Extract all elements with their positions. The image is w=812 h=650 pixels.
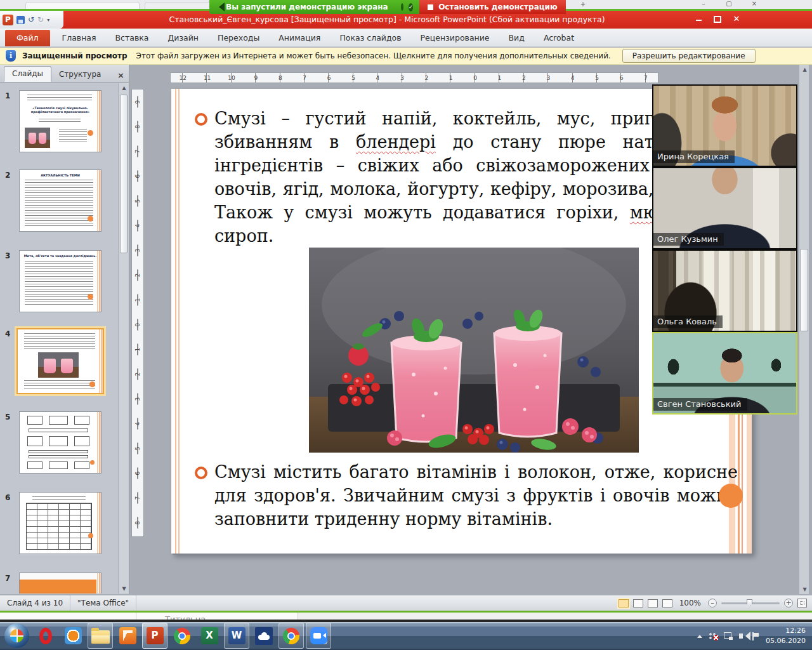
shield-info-icon: i [6,50,16,62]
save-icon[interactable] [16,16,25,24]
main-scrollbar[interactable]: ▲ ▼ [799,65,809,594]
zoom-out-button[interactable]: – [708,599,717,607]
participant-name: Євген Становський [653,398,747,411]
taskbar-clock[interactable]: 12:26 05.06.2020 [766,626,808,647]
zoom-video-panel: Ирина Корецкая Олег Кузьмин Ольга Коваль… [652,84,797,415]
tab-design[interactable]: Дизайн [159,30,209,46]
tray-sync-error-icon[interactable] [709,632,717,640]
undo-icon[interactable]: ↺ [28,16,34,23]
background-minimize-icon: – [697,0,710,7]
tab-slides[interactable]: Слайды [4,66,51,82]
tray-expand-icon[interactable] [697,632,702,638]
action-center-flag-icon[interactable] [752,632,759,640]
scrollbar-thumb[interactable] [800,249,808,331]
participant-name: Ольга Коваль [653,315,723,328]
redo-icon[interactable]: ↻ [37,16,44,23]
tab-view[interactable]: Вид [499,30,534,46]
taskbar-word-icon[interactable]: W [224,623,249,649]
slide-sorter-icon[interactable] [633,599,643,607]
taskbar-onedrive-icon[interactable] [251,623,277,649]
taskbar-chrome-icon[interactable] [169,623,195,649]
start-button[interactable] [4,623,29,648]
thumbnail-list: 1 «Технологія смузі лікувально-профілакт… [0,83,118,594]
scroll-up-icon[interactable]: ▲ [799,67,810,72]
clock-date: 05.06.2020 [766,636,806,647]
participant-name: Ирина Корецкая [653,150,735,163]
browser-new-tab-icon: + [576,1,590,8]
thumbnail-title: «Технологія смузі лікувально-профілактич… [20,106,101,114]
taskbar-zoom-icon[interactable] [306,623,331,649]
slides-panel: Слайды Структура × 1 «Технологія смузі л… [0,65,129,594]
status-bar: Слайд 4 из 10 "Тема Office" 100% – + [0,595,812,611]
taskbar-explorer-icon[interactable] [88,623,113,649]
zoom-level: 100% [679,599,701,607]
minimize-button[interactable] [693,14,704,23]
taskbar-powerpoint-icon[interactable]: P [142,623,167,649]
video-tile-participant-3[interactable]: Ольга Коваль [652,249,797,332]
background-window-strip: Титульна [0,613,812,622]
taskbar-excel-icon[interactable]: X [197,623,222,649]
protected-view-bar: i Защищенный просмотр Этот файл загружен… [0,48,812,65]
bullet2-text: Смузі містить багато вітамінів і волокон… [214,462,738,529]
taskbar-opera-icon[interactable] [33,623,58,649]
protected-view-message: Этот файл загружен из Интернета и может … [136,51,611,60]
protected-view-title: Защищенный просмотр [22,51,128,60]
panel-tab-bar: Слайды Структура × [0,65,129,83]
thumbnail-number: 1 [5,91,10,100]
taskbar-faststone-icon[interactable] [115,623,140,649]
thumbnail-photo [38,352,79,378]
video-tile-participant-1[interactable]: Ирина Корецкая [652,84,797,167]
thumbnail-number: 2 [5,171,10,180]
tab-outline[interactable]: Структура [51,67,108,82]
scroll-up-icon[interactable]: ▲ [119,85,129,91]
qat-dropdown-icon[interactable]: ▾ [47,17,49,23]
thumbnail-image-slide [19,573,102,594]
thumbnail-number: 4 [5,329,10,338]
zoom-slider-thumb[interactable] [747,599,752,607]
ribbon-tab-bar: Файл Главная Вставка Дизайн Переходы Ани… [0,29,812,47]
tab-file[interactable]: Файл [5,30,50,46]
slide-page-circle [719,484,743,508]
tab-transitions[interactable]: Переходы [208,30,269,46]
smoothie-photo [309,248,639,453]
clock-time: 12:26 [766,626,806,637]
tab-acrobat[interactable]: Acrobat [534,30,584,46]
reading-view-icon[interactable] [648,599,658,607]
slide-left-accent [175,89,181,554]
zoom-slider[interactable] [721,602,780,604]
video-tile-participant-4-speaking[interactable]: Євген Становський [652,332,797,415]
taskbar-chrome-profile-icon[interactable] [278,623,304,649]
slides-panel-scrollbar[interactable]: ▲ ▼ [118,83,129,594]
zoom-in-button[interactable]: + [784,599,793,607]
bullet1-spellcheck-word: блендері [356,132,436,152]
tab-review[interactable]: Рецензирование [411,30,499,46]
tab-insert[interactable]: Вставка [106,30,159,46]
tab-home[interactable]: Главная [53,30,106,46]
thumbnail-table [19,492,102,554]
slide-bullet-2[interactable]: Смузі містить багато вітамінів і волокон… [193,460,738,531]
stop-sharing-button[interactable]: Остановить демонстрацию [419,0,566,14]
tab-animations[interactable]: Анимация [269,30,330,46]
scroll-down-icon[interactable]: ▼ [799,587,810,592]
background-close-icon: × [747,0,761,7]
scroll-down-icon[interactable]: ▼ [119,586,129,592]
panel-close-icon[interactable]: × [117,70,124,82]
zoom-sharing-bar: Вы запустили демонстрацию экрана ✓ Остан… [209,0,558,14]
slide-counter: Слайд 4 из 10 [0,595,70,611]
slideshow-icon[interactable] [662,599,672,607]
fit-to-window-icon[interactable] [797,599,807,607]
close-button[interactable]: ✕ [731,14,742,23]
scrollbar-thumb[interactable] [120,95,128,253]
thumbnail-title: Мета, об'єкти та завдання досліджень. [20,254,101,258]
video-tile-participant-2[interactable]: Олег Кузьмин [652,167,797,249]
normal-view-icon[interactable] [619,599,629,607]
enable-editing-button[interactable]: Разрешить редактирование [622,49,756,63]
tab-slideshow[interactable]: Показ слайдов [330,30,410,46]
quick-access-toolbar: P ↺ ↻ ▾ [0,11,63,29]
network-icon[interactable] [724,632,733,640]
powerpoint-logo-icon[interactable]: P [3,15,13,25]
speaker-icon[interactable] [739,633,743,639]
restore-button[interactable] [712,14,723,23]
taskbar-media-player-icon[interactable] [60,623,86,649]
thumbnail-number: 5 [5,413,10,421]
